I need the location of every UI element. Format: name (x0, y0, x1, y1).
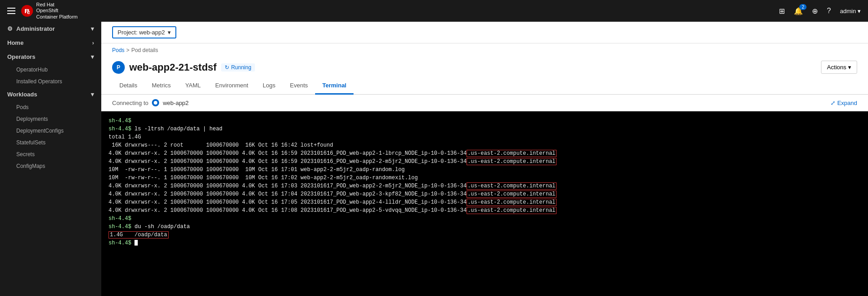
breadcrumb-separator: > (126, 47, 129, 53)
help-icon[interactable]: ? (827, 7, 831, 15)
page-title: web-app2-21-stdsf (129, 62, 217, 73)
terminal-line: sh-4.4$ (108, 117, 861, 125)
project-bar: Project: web-app2 ▾ (101, 22, 868, 43)
terminal-header: Connecting to web-app2 ⤢ Expand (101, 95, 868, 111)
connecting-label: Connecting to (112, 100, 148, 106)
terminal-line: 10M -rw-rw-r--. 1 1000670000 1000670000 … (108, 166, 861, 174)
tab-terminal[interactable]: Terminal (315, 77, 354, 95)
terminal-line: 4.0K drwxrwsr-x. 2 1000670000 1000670000… (108, 182, 861, 190)
expand-button[interactable]: ⤢ Expand (830, 100, 857, 106)
terminal[interactable]: sh-4.4$sh-4.4$ ls -ltrsh /oadp/data | he… (101, 111, 868, 296)
gear-icon: ⚙ (7, 25, 13, 32)
chevron-down-icon-workloads: ▾ (91, 91, 94, 98)
terminal-line: 4.0K drwxrwsr-x. 2 1000670000 1000670000… (108, 206, 861, 215)
chevron-right-icon: › (92, 39, 94, 46)
tab-metrics[interactable]: Metrics (145, 77, 178, 95)
terminal-line: sh-4.4$ du -sh /oadp/data (108, 223, 861, 231)
redhat-logo-icon (21, 5, 33, 17)
tabs: Details Metrics YAML Environment Logs Ev… (101, 77, 868, 95)
hamburger-menu[interactable] (7, 8, 15, 14)
svg-point-1 (154, 101, 157, 105)
page-header: P web-app2-21-stdsf ↻ Running Actions ▾ (101, 57, 868, 74)
project-dropdown-icon: ▾ (168, 29, 171, 36)
logo-line3: Container Platform (36, 14, 78, 20)
tab-logs[interactable]: Logs (255, 77, 283, 95)
tab-environment[interactable]: Environment (208, 77, 255, 95)
sync-icon: ↻ (225, 64, 229, 71)
terminal-line: 4.0K drwxrwsr-x. 2 1000670000 1000670000… (108, 198, 861, 206)
tab-yaml[interactable]: YAML (178, 77, 208, 95)
logo-line2: OpenShift (36, 8, 78, 14)
sidebar: ⚙ Administrator ▾ Home › Operators ▾ Ope… (0, 22, 101, 296)
status-badge: ↻ Running (221, 63, 255, 72)
sidebar-item-deployments[interactable]: Deployments (0, 113, 101, 125)
navbar: Red Hat OpenShift Container Platform ⊞ 🔔… (0, 0, 868, 22)
breadcrumb: Pods > Pod details (101, 43, 868, 57)
expand-icon: ⤢ (830, 100, 835, 106)
status-label: Running (231, 64, 251, 71)
project-label: Project: web-app2 (118, 29, 165, 36)
container-name: web-app2 (163, 100, 189, 106)
breadcrumb-current: Pod details (131, 47, 158, 53)
expand-label: Expand (837, 100, 857, 106)
terminal-line: 1.4G /oadp/data (108, 231, 861, 239)
actions-dropdown-icon: ▾ (848, 64, 851, 71)
sidebar-item-statefulsets[interactable]: StatefulSets (0, 137, 101, 148)
terminal-line: 4.0K drwxrwsr-x. 2 1000670000 1000670000… (108, 190, 861, 198)
actions-button[interactable]: Actions ▾ (821, 61, 857, 74)
notifications-badge: 2 (799, 4, 807, 10)
chevron-down-icon: ▾ (91, 25, 94, 32)
sidebar-item-deploymentconfigs[interactable]: DeploymentConfigs (0, 125, 101, 137)
tab-events[interactable]: Events (283, 77, 315, 95)
sidebar-administrator[interactable]: ⚙ Administrator ▾ (0, 22, 101, 36)
terminal-line: 4.0K drwxrwsr-x. 2 1000670000 1000670000… (108, 158, 861, 166)
breadcrumb-pods-link[interactable]: Pods (112, 47, 124, 53)
project-selector[interactable]: Project: web-app2 ▾ (112, 26, 176, 38)
sidebar-workloads[interactable]: Workloads ▾ (0, 87, 101, 101)
tab-details[interactable]: Details (112, 77, 145, 95)
sidebar-item-installed-operators[interactable]: Installed Operators (0, 76, 101, 87)
terminal-line: sh-4.4$ █ (108, 239, 861, 247)
redhat-logo: Red Hat OpenShift Container Platform (21, 2, 78, 20)
terminal-line: sh-4.4$ (108, 215, 861, 223)
actions-label: Actions (827, 64, 846, 71)
terminal-line: 4.0K drwxrwsr-x. 2 1000670000 1000670000… (108, 149, 861, 158)
sidebar-home[interactable]: Home › (0, 36, 101, 50)
admin-menu[interactable]: admin ▾ (840, 8, 861, 14)
grid-icon[interactable]: ⊞ (779, 7, 785, 15)
sidebar-item-configmaps[interactable]: ConfigMaps (0, 160, 101, 172)
logo-line1: Red Hat (36, 2, 78, 8)
container-icon (152, 99, 159, 106)
terminal-line: 10M -rw-rw-r--. 1 1000670000 1000670000 … (108, 174, 861, 182)
content-area: Project: web-app2 ▾ Pods > Pod details P… (101, 22, 868, 296)
terminal-line: sh-4.4$ ls -ltrsh /oadp/data | head (108, 125, 861, 133)
notifications-icon[interactable]: 🔔2 (794, 7, 803, 15)
sidebar-item-secrets[interactable]: Secrets (0, 148, 101, 160)
add-icon[interactable]: ⊕ (812, 7, 818, 15)
sidebar-operators[interactable]: Operators ▾ (0, 50, 101, 64)
terminal-line: 16K drwxrws---. 2 root 1000670000 16K Oc… (108, 141, 861, 149)
pod-icon: P (112, 61, 125, 74)
sidebar-item-pods[interactable]: Pods (0, 101, 101, 113)
terminal-line: total 1.4G (108, 133, 861, 141)
connecting-info: Connecting to web-app2 (112, 99, 189, 106)
chevron-down-icon-operators: ▾ (91, 53, 94, 60)
sidebar-item-operatorhub[interactable]: OperatorHub (0, 64, 101, 76)
